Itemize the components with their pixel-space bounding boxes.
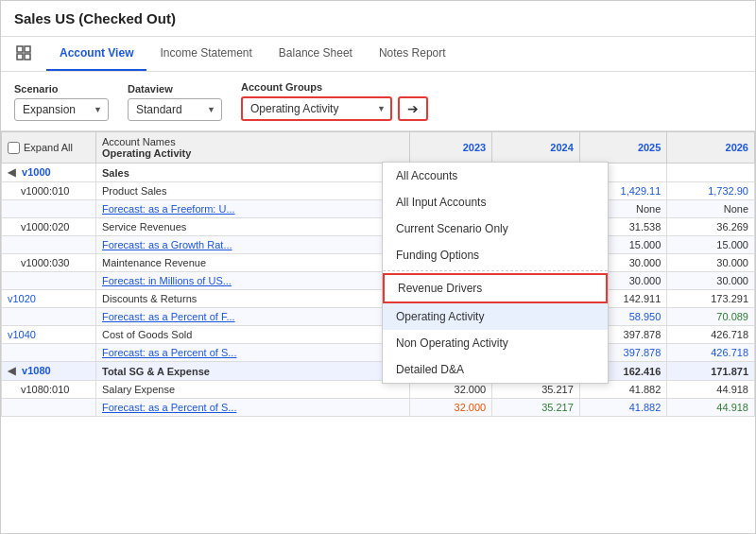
table-row: v1040 Cost of Goods Sold 276.700 334.560… — [2, 326, 755, 344]
row-name: Service Revenues — [96, 218, 410, 236]
table-row: v1000:030 Maintenance Revenue 29.000 30.… — [2, 254, 755, 272]
account-groups-label: Account Groups — [241, 81, 428, 93]
table-row: v1080:010 Salary Expense 32.000 35.217 4… — [2, 381, 755, 399]
tab-balance-sheet[interactable]: Balance Sheet — [266, 37, 366, 71]
expand-all-label: Expand All — [24, 142, 73, 153]
content-area: Expand All Account Names Operating Activ… — [1, 131, 755, 533]
year-2026-header: 2026 — [667, 132, 755, 164]
row-code — [2, 200, 96, 218]
cell: 70.089 — [667, 308, 755, 326]
row-name[interactable]: Forecast: as a Growth Rat... — [96, 236, 410, 254]
year-2023-header: 2023 — [409, 132, 492, 164]
row-name: Maintenance Revenue — [96, 254, 410, 272]
cell: 15.000 — [667, 236, 755, 254]
data-table: Expand All Account Names Operating Activ… — [1, 131, 755, 417]
cell — [667, 164, 755, 182]
account-groups-select[interactable]: Operating Activity — [241, 96, 392, 121]
scenario-label: Scenario — [14, 83, 109, 95]
row-code: v1000:010 — [2, 182, 96, 200]
row-name[interactable]: Forecast: as a Percent of S... — [96, 344, 410, 362]
scenario-select[interactable]: Expansion — [14, 98, 109, 121]
arrow-right-icon: ➔ — [407, 101, 419, 116]
table-row: Forecast: as a Percent of F... 10.100 43… — [2, 308, 755, 326]
scenario-group: Scenario Expansion — [14, 83, 109, 121]
row-code: v1040 — [2, 326, 96, 344]
dataview-label: Dataview — [128, 83, 222, 95]
row-code: v1020 — [2, 290, 96, 308]
cell: None — [667, 200, 755, 218]
row-name: Total SG & A Expense — [96, 362, 410, 381]
row-code — [2, 272, 96, 290]
tab-notes-report[interactable]: Notes Report — [366, 37, 459, 71]
dataview-group: Dataview Standard — [128, 83, 222, 121]
cell: 44.918 — [667, 399, 755, 417]
controls-row: Scenario Expansion Dataview Standard Acc… — [1, 72, 755, 131]
cell: 426.718 — [667, 344, 755, 362]
row-name[interactable]: Forecast: as a Percent of F... — [96, 308, 410, 326]
cell: 35.217 — [492, 399, 580, 417]
dropdown-item-non-operating-activity[interactable]: Non Operating Activity — [383, 330, 608, 356]
table-row: Forecast: as a Percent of S... 276.700 3… — [2, 344, 755, 362]
cell: 44.918 — [667, 381, 755, 399]
row-code: ◀ v1000 — [2, 164, 96, 182]
row-code: ◀ v1080 — [2, 362, 96, 381]
group-header: Operating Activity — [102, 147, 404, 159]
cell: 36.269 — [667, 218, 755, 236]
account-groups-select-wrapper: Operating Activity — [241, 96, 392, 121]
row-code: v1080:010 — [2, 381, 96, 399]
cell: 30.000 — [667, 254, 755, 272]
dropdown-item-operating-activity[interactable]: Operating Activity — [383, 303, 608, 330]
dropdown-item-detailed-da[interactable]: Detailed D&A — [383, 356, 608, 383]
svg-rect-2 — [17, 54, 23, 60]
page-title: Sales US (Checked Out) — [14, 10, 176, 26]
table-row: ◀ v1080 Total SG & A Expense 137.500 148… — [2, 362, 755, 381]
cell: 171.871 — [667, 362, 755, 381]
dropdown-item-all-input-accounts[interactable]: All Input Accounts — [383, 189, 608, 215]
cell: 32.000 — [409, 399, 492, 417]
title-bar: Sales US (Checked Out) — [1, 1, 755, 37]
table-row: Forecast: as a Growth Rat... 15.000 15.0… — [2, 236, 755, 254]
grid-icon[interactable] — [10, 38, 37, 71]
row-code: v1000:030 — [2, 254, 96, 272]
svg-rect-1 — [25, 46, 30, 52]
svg-rect-0 — [17, 46, 23, 52]
row-code: v1000:020 — [2, 218, 96, 236]
row-name: Product Sales — [96, 182, 410, 200]
row-name: Sales — [96, 164, 410, 182]
collapse-triangle[interactable]: ◀ — [8, 166, 15, 178]
row-code — [2, 344, 96, 362]
table-row: Forecast: as a Percent of S... 32.000 35… — [2, 399, 755, 417]
navigate-arrow-button[interactable]: ➔ — [398, 96, 428, 121]
tab-account-view[interactable]: Account View — [46, 37, 146, 71]
dropdown-item-funding-options[interactable]: Funding Options — [383, 242, 608, 268]
table-row: Forecast: in Millions of US... 29.000 30… — [2, 272, 755, 290]
collapse-triangle[interactable]: ◀ — [8, 365, 15, 376]
row-name[interactable]: Forecast: as a Freeform: U... — [96, 200, 410, 218]
cell: 41.882 — [579, 399, 667, 417]
row-name[interactable]: Forecast: as a Percent of S... — [96, 399, 410, 417]
account-groups-wrapper: Operating Activity ➔ — [241, 96, 428, 121]
cell: 426.718 — [667, 326, 755, 344]
table-row: v1000:020 Service Revenues 27.424 31.538… — [2, 218, 755, 236]
year-2024-header: 2024 — [492, 132, 580, 164]
cell: 30.000 — [667, 272, 755, 290]
row-name: Cost of Goods Sold — [96, 326, 410, 344]
table-row: ◀ v1000 Sales — [2, 164, 755, 182]
cell: 173.291 — [667, 290, 755, 308]
account-groups-group: Account Groups Operating Activity ➔ — [241, 81, 428, 121]
row-code — [2, 308, 96, 326]
dropdown-divider — [383, 270, 608, 271]
dropdown-item-revenue-drivers[interactable]: Revenue Drivers — [383, 273, 608, 303]
row-name[interactable]: Forecast: in Millions of US... — [96, 272, 410, 290]
dataview-select[interactable]: Standard — [128, 98, 222, 121]
dropdown-item-current-scenario-only[interactable]: Current Scenario Only — [383, 215, 608, 242]
row-code — [2, 399, 96, 417]
account-names-header: Account Names Operating Activity — [96, 132, 410, 164]
table-container[interactable]: Expand All Account Names Operating Activ… — [1, 131, 755, 533]
row-code — [2, 236, 96, 254]
expand-all-checkbox[interactable] — [8, 142, 20, 154]
cell: 1,732.90 — [667, 182, 755, 200]
dropdown-item-all-accounts[interactable]: All Accounts — [383, 163, 608, 189]
expand-all-header[interactable]: Expand All — [2, 132, 96, 164]
tab-income-statement[interactable]: Income Statement — [146, 37, 265, 71]
